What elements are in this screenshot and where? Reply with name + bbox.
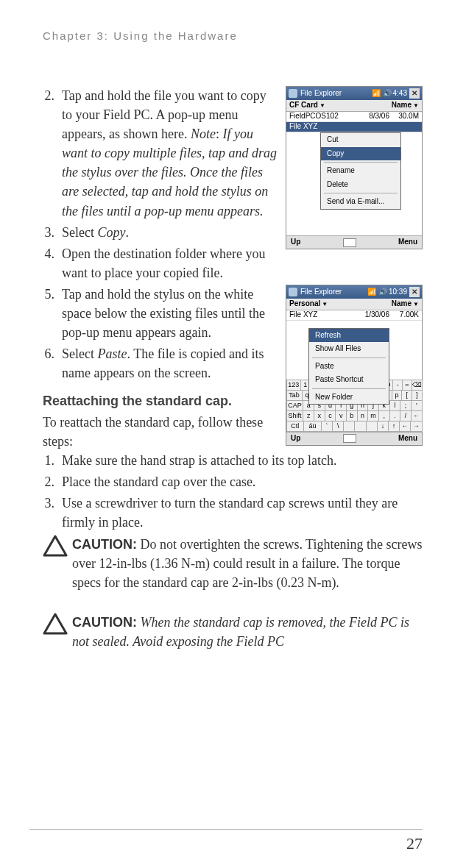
key: x [314,410,325,421]
menu-paste: Paste [309,360,389,374]
chapter-title: Chapter 3: Using the Hardware [43,29,423,42]
folder-dropdown: Personal▼ [289,299,328,310]
key: ← [399,421,411,432]
context-menu: Cut Copy Rename Delete Send via E-mail..… [320,132,401,210]
menu-button: Menu [398,237,417,248]
keyboard-icon [343,434,356,443]
close-icon: ✕ [409,88,420,99]
footer-rule [29,829,423,830]
step-b1: 1. Make sure the hand strap is attached … [43,451,423,470]
caution-icon [43,613,72,640]
key: ↓ [377,421,389,432]
key: / [400,410,412,421]
key: ⌫ [412,380,423,391]
caution-2: CAUTION: When the standard cap is remove… [43,613,423,651]
key: áü [303,421,322,432]
up-button: Up [291,433,300,444]
menu-send: Send via E-mail... [321,195,400,209]
key [354,421,366,432]
key: b [346,410,358,421]
menu-paste-shortcut: Paste Shortcut [309,373,389,387]
menu-delete: Delete [321,178,400,192]
key: l [389,400,401,411]
key: ; [400,400,412,411]
key: → [410,421,422,432]
step-5: 5. Tap and hold the stylus on the white … [43,285,278,342]
key: CAP [286,400,304,411]
key: n [357,410,369,421]
key: Shift [286,410,304,421]
figure-2: File Explorer 📶 🔊 10:39 ✕ Personal▼ Name… [286,285,423,446]
up-button: Up [291,237,300,248]
figure-1: File Explorer 📶 🔊 4:43 ✕ CF Card▼ Name▼ … [286,86,423,249]
step-2: 2. Tap and hold the file you want to cop… [43,86,278,221]
key [343,421,355,432]
key: 123 [286,380,301,391]
status-icons: 📶 🔊 10:39 [367,287,407,298]
key: p [392,390,403,401]
menu-new-folder: New Folder [309,391,389,405]
key: . [389,410,401,421]
window-title: File Explorer [300,88,372,99]
key: ` [321,421,333,432]
caution-icon [43,535,72,562]
key: [ [401,390,412,401]
key: z [303,410,314,421]
sort-dropdown: Name▼ [392,299,419,310]
menu-button: Menu [398,433,417,444]
start-icon [289,288,297,296]
key: , [378,410,390,421]
window-title: File Explorer [300,287,367,298]
key: ] [412,390,423,401]
page-number: 27 [406,834,423,853]
key: = [402,380,412,391]
key: \ [332,421,344,432]
key [366,421,378,432]
step-4: 4. Open the destination folder where you… [43,244,278,282]
file-row: FieldPCOS102 8/3/06 30.0M [286,112,422,122]
step-b2: 2. Place the standard cap over the case. [43,472,423,491]
start-icon [289,89,297,98]
step-b3: 3. Use a screwdriver to turn the standar… [43,494,423,532]
menu-show-all: Show All Files [309,342,389,356]
menu-refresh: Refresh [309,329,389,343]
status-icons: 📶 🔊 4:43 [372,88,407,99]
key: ' [411,400,423,411]
menu-cut: Cut [321,133,400,147]
file-row-selected: File XYZ [286,122,422,132]
key: c [325,410,336,421]
key: ← [411,410,423,421]
caution-1: CAUTION: Do not overtighten the screws. … [43,535,423,592]
menu-rename: Rename [321,164,400,178]
close-icon: ✕ [409,287,420,297]
sort-dropdown: Name▼ [392,100,419,111]
body-content: File Explorer 📶 🔊 4:43 ✕ CF Card▼ Name▼ … [43,86,423,652]
key: ↑ [388,421,400,432]
key: m [367,410,379,421]
keyboard-icon [343,238,356,247]
key: v [335,410,347,421]
step-3: 3. Select Copy. [43,223,278,242]
key: Ctl [286,421,305,432]
key: Tab [286,390,303,401]
context-menu: Refresh Show All Files Paste Paste Short… [308,328,389,405]
folder-dropdown: CF Card▼ [289,100,325,111]
menu-copy: Copy [321,147,400,161]
file-row: File XYZ 1/30/06 7.00K [286,310,422,321]
key: - [392,380,403,391]
step-6: 6. Select Paste. The file is copied and … [43,344,278,383]
